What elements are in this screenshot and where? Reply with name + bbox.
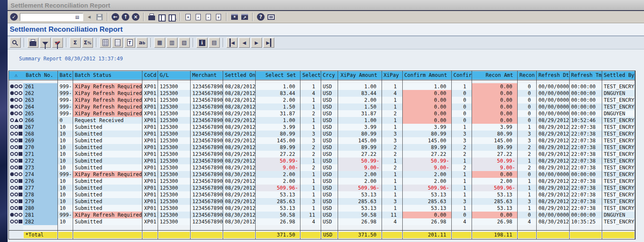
cell-merchant[interactable]: 1234567890 [191,185,223,191]
cell-xipay_amount[interactable]: 9.00- [338,164,382,171]
cell-batc[interactable]: 10 [58,191,73,198]
table-row[interactable]: 265999-XiPay Refresh RequiredXP011253001… [9,110,635,117]
command-history-icon[interactable]: ▤ [75,15,79,19]
cell-select[interactable]: 2 [300,151,321,158]
cell-gl[interactable]: 125300 [158,90,191,97]
cell-refresh_tm[interactable]: 22:07:38 [570,164,602,171]
cell-refresh_tm[interactable]: 00:00:00 [570,212,602,218]
cell-confir[interactable]: 3 [452,198,472,205]
cell-refresh_tm[interactable]: 22:07:38 [570,191,602,198]
cell-select[interactable]: 4 [300,90,321,97]
cell-settled_by[interactable]: TEST_ENCRY [602,124,635,131]
cell-confirm_amount[interactable]: 27.22 [403,151,452,158]
cell-settled_by[interactable]: DNGUYEN [602,110,635,117]
cell-gl[interactable]: 125300 [158,110,191,117]
cell-recon[interactable]: 0 [518,117,537,124]
cell-confirm_amount[interactable]: 0.00 [403,117,452,124]
cell-crcy[interactable]: USD [321,205,338,212]
cell-batch_status[interactable]: XiPay Refresh Required [73,171,142,178]
cell-recon[interactable]: 3 [518,198,537,205]
column-header-batch_no[interactable]: Batch No. [23,71,58,80]
cell-xipay_amount[interactable]: 83.44 [338,90,382,97]
cell-batch_no[interactable]: 281 [23,212,58,218]
cell-status[interactable] [9,178,23,185]
table-row[interactable]: 26810SubmittedXP01125300123456789008/29/… [9,131,635,137]
cell-confirm_amount[interactable]: 2.00 [403,178,452,185]
column-header-status[interactable]: ⚠ [9,71,23,80]
abc-analysis-button[interactable]: ab [136,38,147,48]
cell-confirm_amount[interactable]: 509.96- [403,185,452,191]
cell-gl[interactable]: 125300 [158,158,191,164]
cell-batch_no[interactable]: 273 [23,164,58,171]
cell-cocd[interactable]: XP01 [142,151,158,158]
cell-gl[interactable]: 125300 [158,144,191,151]
cell-xipay[interactable]: 1 [382,178,403,185]
cell-refresh_dt[interactable]: 00/00/0000 [537,103,569,110]
cell-refresh_dt[interactable]: 08/29/2012 [537,164,569,171]
cell-recon_amt[interactable]: 0.00 [472,171,518,178]
cell-confir[interactable]: 1 [452,185,472,191]
column-header-recon_amt[interactable]: Recon Amt [472,71,518,80]
cell-gl[interactable]: 125300 [158,191,191,198]
cell-batc[interactable]: 10 [58,178,73,185]
cell-confir[interactable]: 2 [452,164,472,171]
cell-settled_by[interactable]: TEST_ENCRY [602,164,635,171]
cell-refresh_dt[interactable]: 08/29/2012 [537,191,569,198]
filter-button[interactable] [52,38,63,48]
cell-confirm_amount[interactable]: 0.00 [403,212,452,218]
cell-recon[interactable]: 0 [518,110,537,117]
cell-batch_no[interactable]: 279 [23,198,58,205]
collapse-button[interactable]: ◀ [85,12,93,22]
cell-cocd[interactable]: XP01 [142,164,158,171]
cell-xipay[interactable]: 3 [382,198,403,205]
cell-select_set[interactable]: 50.99- [256,158,300,164]
column-header-settled_on[interactable]: Settled On [223,71,256,80]
cell-refresh_tm[interactable]: 00:00:00 [570,97,602,103]
cell-gl[interactable]: 125300 [158,205,191,212]
column-header-select_set[interactable]: Select Set [256,71,300,80]
cell-recon[interactable]: 3 [518,131,537,137]
cell-gl[interactable]: 125300 [158,178,191,185]
cell-refresh_tm[interactable]: 10:35:25 [570,218,602,225]
cell-confir[interactable]: 4 [452,218,472,225]
cell-select_set[interactable]: 50.58 [256,212,300,218]
cell-confir[interactable]: 1 [452,83,472,90]
cell-xipay[interactable]: 1 [382,191,403,198]
column-header-gl[interactable]: G/L [158,71,191,80]
cell-select_set[interactable]: 3.99 [256,124,300,131]
cell-status[interactable] [9,164,23,171]
cell-merchant[interactable]: 1234567890 [191,117,223,124]
cell-select[interactable]: 1 [300,205,321,212]
cell-select[interactable]: 1 [300,124,321,131]
cell-status[interactable] [9,198,23,205]
cell-merchant[interactable]: 1234567890 [191,171,223,178]
export-spreadsheet-button[interactable] [100,38,111,48]
cell-confir[interactable]: 0 [452,110,472,117]
cell-recon[interactable]: 0 [518,212,537,218]
cell-select_set[interactable]: 1.00 [256,83,300,90]
cell-crcy[interactable]: USD [321,131,338,137]
cell-settled_by[interactable]: TEST_ENCRY [602,185,635,191]
cell-recon[interactable]: 1 [518,178,537,185]
cell-batch_no[interactable]: 274 [23,171,58,178]
cell-gl[interactable]: 125300 [158,171,191,178]
cell-refresh_dt[interactable]: 08/29/2012 [537,185,569,191]
cell-batc[interactable]: 10 [58,124,73,131]
cell-refresh_dt[interactable]: 08/30/2012 [537,218,569,225]
cell-recon_amt[interactable]: 53.13 [472,205,518,212]
back-button[interactable]: ← [111,12,120,22]
exit-button[interactable]: ↑ [121,12,130,22]
cell-select[interactable]: 1 [300,178,321,185]
cell-batc[interactable]: 999- [58,83,73,90]
info-button[interactable]: i [196,38,207,48]
cell-xipay[interactable]: 1 [382,97,403,103]
cell-settled_on[interactable]: 08/29/2012 [223,205,256,212]
cell-batch_no[interactable]: 270 [23,144,58,151]
cell-select_set[interactable]: 9.00- [256,164,300,171]
subtotal-button[interactable]: Σ% [82,38,93,48]
cell-gl[interactable]: 125300 [158,164,191,171]
cell-merchant[interactable]: 1234567890 [191,90,223,97]
cell-xipay_amount[interactable]: 80.99 [338,131,382,137]
cell-gl[interactable]: 125300 [158,218,191,225]
cell-settled_by[interactable]: TEST_ENCRY [602,205,635,212]
